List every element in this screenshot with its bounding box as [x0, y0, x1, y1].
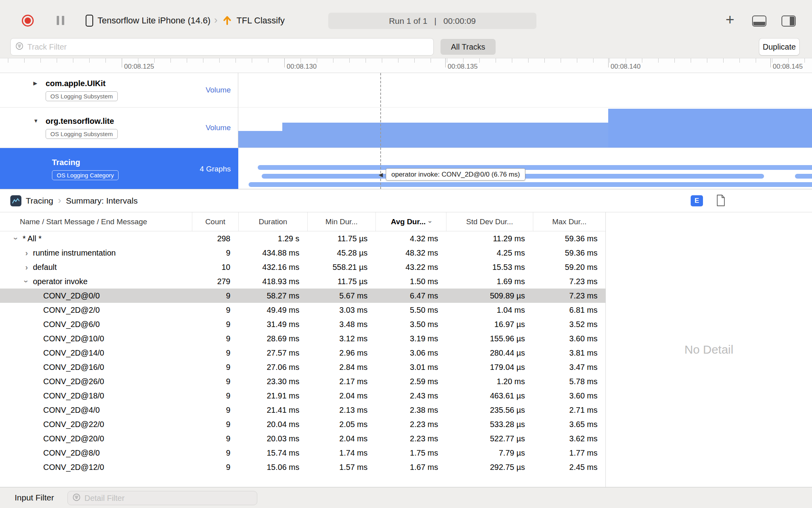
column-header-max[interactable]: Max Dur... — [533, 212, 605, 231]
volume-bar-segment — [608, 109, 812, 148]
track-plot-tensorflow-volume[interactable] — [238, 108, 812, 148]
toolbar: Tensorflow Lite iPhone (14.6) › TFL Clas… — [0, 0, 812, 36]
table-row[interactable]: › CONV_2D@8/0 9 15.74 ms 1.74 ms 1.75 ms… — [0, 446, 605, 460]
track-row-uikit[interactable]: ▶ com.apple.UIKit OS Logging Subsystem V… — [0, 73, 812, 108]
column-header-min[interactable]: Min Dur... — [307, 212, 375, 231]
device-icon — [86, 15, 93, 27]
table-row[interactable]: › CONV_2D@16/0 9 27.06 ms 2.84 ms 3.01 m… — [0, 360, 605, 374]
table-row[interactable]: › CONV_2D@6/0 9 31.49 ms 3.48 ms 3.50 ms… — [0, 317, 605, 331]
table-row[interactable]: › CONV_2D@18/0 9 21.91 ms 2.04 ms 2.43 m… — [0, 389, 605, 403]
interval-bar[interactable] — [258, 165, 812, 170]
row-stddev-duration: 15.53 ms — [446, 263, 533, 272]
track-header-uikit[interactable]: ▶ com.apple.UIKit OS Logging Subsystem V… — [0, 73, 238, 108]
time-ruler[interactable]: 00:08.125 00:08.130 00:08.135 00:08.140 … — [0, 58, 812, 73]
row-avg-duration: 3.19 ms — [375, 334, 446, 343]
row-avg-duration: 2.38 ms — [375, 406, 446, 415]
table-row[interactable]: › runtime instrumentation 9 434.88 ms 45… — [0, 246, 605, 260]
column-header-stddev[interactable]: Std Dev Dur... — [446, 212, 533, 231]
row-disclosure-chevron[interactable]: › — [12, 234, 20, 243]
table-row[interactable]: › CONV_2D@12/0 9 15.06 ms 1.57 ms 1.67 m… — [0, 460, 605, 474]
table-row[interactable]: › CONV_2D@14/0 9 27.57 ms 2.96 ms 3.06 m… — [0, 346, 605, 360]
record-button[interactable] — [22, 15, 34, 27]
row-disclosure-chevron[interactable]: › — [22, 249, 31, 257]
bottom-bar: Input Filter Detail Filter — [0, 487, 812, 508]
row-stddev-duration: 280.44 µs — [446, 348, 533, 358]
row-name: CONV_2D@22/0 — [43, 420, 104, 429]
device-selector[interactable]: Tensorflow Lite iPhone (14.6) — [98, 15, 211, 26]
row-name-cell: › CONV_2D@22/0 — [0, 417, 192, 431]
table-row[interactable]: › CONV_2D@26/0 9 23.30 ms 2.17 ms 2.59 m… — [0, 374, 605, 389]
row-max-duration: 59.36 ms — [533, 248, 605, 258]
table-row[interactable]: › CONV_2D@4/0 9 21.41 ms 2.13 ms 2.38 ms… — [0, 403, 605, 417]
row-duration: 58.27 ms — [238, 291, 307, 300]
table-row[interactable]: › operator invoke 279 418.93 ms 11.75 µs… — [0, 274, 605, 289]
track-header-tracing[interactable]: Tracing OS Logging Category 4 Graphs — [0, 148, 238, 189]
row-avg-duration: 4.32 ms — [375, 234, 446, 243]
row-count: 9 — [192, 363, 238, 372]
table-row[interactable]: › CONV_2D@20/0 9 20.03 ms 2.04 ms 2.23 m… — [0, 431, 605, 446]
extended-detail-button[interactable]: E — [691, 195, 703, 206]
track-row-tensorflow[interactable]: ▼ org.tensorflow.lite OS Logging Subsyst… — [0, 108, 812, 148]
toggle-right-pane-button[interactable] — [781, 15, 796, 27]
row-avg-duration: 2.23 ms — [375, 434, 446, 443]
document-icon[interactable] — [716, 194, 726, 208]
table-row[interactable]: › default 10 432.16 ms 558.21 µs 43.22 m… — [0, 260, 605, 274]
row-disclosure-chevron[interactable]: › — [23, 277, 31, 286]
row-duration: 28.69 ms — [238, 334, 307, 343]
column-header-duration[interactable]: Duration — [238, 212, 307, 231]
add-instrument-button[interactable]: + — [726, 12, 734, 27]
row-min-duration: 2.96 ms — [307, 348, 375, 358]
table-row[interactable]: › CONV_2D@2/0 9 49.49 ms 3.03 ms 5.50 ms… — [0, 303, 605, 317]
track-header-tensorflow[interactable]: ▼ org.tensorflow.lite OS Logging Subsyst… — [0, 108, 238, 148]
disclosure-collapsed-icon[interactable]: ▶ — [33, 80, 37, 86]
row-name: operator invoke — [33, 277, 88, 286]
summary-table: Name / Start Message / End Message Count… — [0, 212, 606, 487]
tooltip-pointer-icon: ◀ — [379, 171, 383, 178]
row-avg-duration: 3.01 ms — [375, 363, 446, 372]
breadcrumb-leaf[interactable]: Summary: Intervals — [66, 196, 138, 206]
table-row[interactable]: › * All * 298 1.29 s 11.75 µs 4.32 ms 11… — [0, 231, 605, 246]
row-duration: 21.41 ms — [238, 406, 307, 415]
row-duration: 20.04 ms — [238, 420, 307, 429]
row-disclosure-chevron[interactable]: › — [22, 263, 31, 271]
table-row[interactable]: › CONV_2D@0/0 9 58.27 ms 5.67 ms 6.47 ms… — [0, 289, 605, 303]
row-max-duration: 3.62 ms — [533, 434, 605, 443]
track-plot-uikit[interactable] — [238, 73, 812, 108]
row-stddev-duration: 1.20 ms — [446, 377, 533, 386]
row-count: 9 — [192, 448, 238, 458]
row-name: CONV_2D@20/0 — [43, 434, 104, 443]
row-duration: 432.16 ms — [238, 263, 307, 272]
all-tracks-button[interactable]: All Tracks — [440, 39, 496, 55]
row-count: 9 — [192, 434, 238, 443]
row-max-duration: 59.20 ms — [533, 263, 605, 272]
row-avg-duration: 2.59 ms — [375, 377, 446, 386]
row-count: 9 — [192, 348, 238, 358]
column-header-name[interactable]: Name / Start Message / End Message — [0, 212, 192, 231]
table-row[interactable]: › CONV_2D@10/0 9 28.69 ms 3.12 ms 3.19 m… — [0, 331, 605, 346]
row-stddev-duration: 463.61 µs — [446, 391, 533, 400]
row-count: 9 — [192, 406, 238, 415]
interval-bar[interactable] — [795, 174, 812, 179]
duplicate-button[interactable]: Duplicate — [759, 38, 799, 55]
table-row[interactable]: › CONV_2D@22/0 9 20.04 ms 2.05 ms 2.23 m… — [0, 417, 605, 431]
row-duration: 15.74 ms — [238, 448, 307, 458]
row-max-duration: 59.36 ms — [533, 234, 605, 243]
row-avg-duration: 1.67 ms — [375, 463, 446, 472]
toggle-bottom-pane-button[interactable] — [752, 15, 766, 27]
column-header-count[interactable]: Count — [192, 212, 238, 231]
column-header-avg-sorted[interactable]: Avg Dur...› — [375, 212, 446, 231]
table-body: › * All * 298 1.29 s 11.75 µs 4.32 ms 11… — [0, 231, 605, 487]
track-filter-input[interactable]: Track Filter — [10, 38, 434, 56]
track-meta-label: Volume — [206, 86, 231, 94]
row-min-duration: 1.57 ms — [307, 463, 375, 472]
filter-icon — [73, 493, 80, 503]
disclosure-expanded-icon[interactable]: ▼ — [33, 118, 38, 124]
interval-bar[interactable] — [249, 182, 812, 187]
track-plot-tracing-graphs[interactable] — [238, 148, 812, 189]
pause-button[interactable] — [57, 16, 64, 25]
breadcrumb-root[interactable]: Tracing — [26, 196, 53, 206]
row-avg-duration: 2.23 ms — [375, 420, 446, 429]
detail-filter-input[interactable]: Detail Filter — [67, 491, 257, 505]
row-avg-duration: 5.50 ms — [375, 306, 446, 315]
target-selector[interactable]: TFL Classify — [237, 15, 285, 26]
